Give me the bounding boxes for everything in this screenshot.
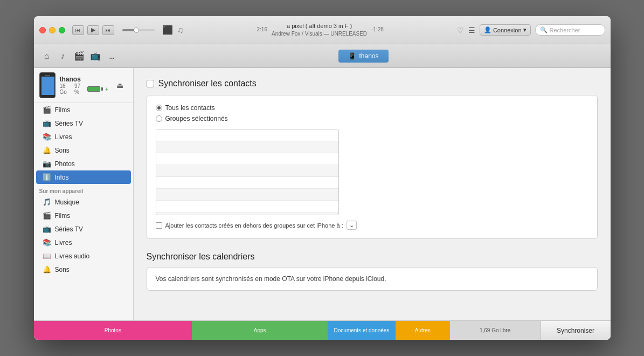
contacts-section: Synchroniser les contacts Tous les conta… bbox=[147, 79, 598, 239]
docs-segment-label: Documents et données bbox=[334, 327, 390, 333]
sons-lib-label: Sons bbox=[55, 147, 70, 154]
volume-knob bbox=[134, 28, 139, 33]
add-contacts-row: Ajouter les contacts créés en dehors des… bbox=[156, 221, 588, 230]
now-playing-icon: ♫ bbox=[177, 25, 184, 35]
contacts-sync-checkbox[interactable] bbox=[147, 80, 154, 87]
groups-row-5 bbox=[156, 177, 338, 189]
livres-lib-label: Livres bbox=[55, 133, 72, 141]
films-lib-label: Films bbox=[55, 106, 71, 114]
transport-controls: ⏮ ▶ ⏭ bbox=[72, 25, 115, 35]
radio-all-contacts-btn[interactable] bbox=[156, 105, 162, 111]
itunes-window: ⏮ ▶ ⏭ ⬛ ♫ 2:16 a pixel ( alt demo 3 in F… bbox=[34, 16, 611, 340]
toolbar: ⌂ ♪ 🎬 📺 ... 📱 thanos bbox=[34, 44, 611, 68]
device-info: thanos 16 Go 97 % + bbox=[60, 76, 108, 95]
livres-audio-dev-label: Livres audio bbox=[55, 252, 90, 260]
radio-all-contacts-label: Tous les contacts bbox=[165, 104, 215, 112]
series-lib-label: Séries TV bbox=[55, 120, 83, 127]
battery-bar bbox=[87, 86, 100, 92]
account-button[interactable]: 👤 Connexion ▾ bbox=[480, 24, 531, 36]
device-tab-area: 📱 thanos bbox=[338, 50, 388, 63]
device-tab[interactable]: 📱 thanos bbox=[338, 50, 388, 63]
minimize-button[interactable] bbox=[49, 27, 56, 33]
queue-button[interactable]: ☰ bbox=[468, 26, 475, 35]
search-icon: 🔍 bbox=[540, 26, 548, 33]
sidebar-item-infos[interactable]: ℹ️ Infos bbox=[36, 170, 131, 184]
autres-segment-label: Autres bbox=[415, 327, 431, 333]
tv-icon[interactable]: 📺 bbox=[88, 49, 103, 64]
film-icon[interactable]: 🎬 bbox=[72, 49, 87, 64]
sidebar-item-livres-dev[interactable]: 📚 Livres bbox=[34, 236, 133, 249]
eject-button[interactable]: ⏏ bbox=[113, 81, 128, 90]
content-area: Synchroniser les contacts Tous les conta… bbox=[134, 68, 611, 320]
bottombar: Photos Apps Documents et données Autres … bbox=[34, 320, 611, 340]
groups-row-4 bbox=[156, 165, 338, 177]
heart-button[interactable]: ♡ bbox=[457, 26, 464, 35]
groups-row-7 bbox=[156, 201, 338, 213]
add-contacts-label: Ajouter les contacts créés en dehors des… bbox=[165, 222, 343, 229]
series-dev-icon: 📺 bbox=[43, 225, 51, 233]
groups-row-3 bbox=[156, 153, 338, 165]
musique-dev-label: Musique bbox=[55, 198, 79, 206]
search-box[interactable]: 🔍 Rechercher bbox=[535, 24, 605, 36]
sidebar-item-musique-dev[interactable]: 🎵 Musique bbox=[34, 195, 133, 209]
time-remaining: -1:28 bbox=[371, 26, 384, 33]
photos-lib-label: Photos bbox=[55, 160, 75, 168]
films-dev-label: Films bbox=[55, 212, 71, 220]
sidebar-item-series-lib[interactable]: 📺 Séries TV bbox=[34, 117, 133, 130]
contacts-group-dropdown[interactable]: ⌄ bbox=[347, 221, 357, 230]
sidebar-item-films-dev[interactable]: 🎬 Films bbox=[34, 209, 133, 222]
sync-button-label: Synchroniser bbox=[557, 327, 594, 334]
titlebar-right: ♡ ☰ 👤 Connexion ▾ 🔍 Rechercher bbox=[457, 24, 605, 36]
films-dev-icon: 🎬 bbox=[43, 211, 51, 220]
fastforward-button[interactable]: ⏭ bbox=[102, 25, 114, 35]
traffic-lights bbox=[39, 27, 65, 33]
chevron-down-icon: ⌄ bbox=[349, 222, 354, 229]
photos-segment-label: Photos bbox=[105, 327, 121, 333]
track-title: a pixel ( alt demo 3 in F ) bbox=[272, 22, 367, 30]
play-button[interactable]: ▶ bbox=[87, 25, 99, 35]
sync-button[interactable]: Synchroniser bbox=[541, 321, 611, 340]
close-button[interactable] bbox=[39, 27, 46, 33]
series-lib-icon: 📺 bbox=[43, 119, 51, 127]
sidebar-item-series-dev[interactable]: 📺 Séries TV bbox=[34, 222, 133, 236]
add-contacts-checkbox[interactable] bbox=[156, 222, 162, 229]
maximize-button[interactable] bbox=[59, 27, 65, 33]
calendars-box: Vos calendriers sont synchronisés en mod… bbox=[147, 267, 598, 291]
calendars-section-title: Synchroniser les calendriers bbox=[147, 252, 598, 262]
charging-icon: + bbox=[105, 86, 108, 92]
radio-groups-contacts-btn[interactable] bbox=[156, 115, 162, 122]
apps-segment-label: Apps bbox=[254, 327, 266, 333]
main-content: thanos 16 Go 97 % + ⏏ 🎬 Films bbox=[34, 68, 611, 320]
sidebar-item-sons-dev[interactable]: 🔔 Sons bbox=[34, 263, 133, 276]
free-segment-label: 1,69 Go libre bbox=[480, 327, 510, 333]
device-tab-label: thanos bbox=[359, 52, 378, 60]
infos-label: Infos bbox=[55, 174, 69, 181]
sidebar-item-sons-lib[interactable]: 🔔 Sons bbox=[34, 143, 133, 157]
more-button[interactable]: ... bbox=[104, 49, 119, 64]
series-dev-label: Séries TV bbox=[55, 225, 83, 233]
photos-lib-icon: 📷 bbox=[43, 160, 51, 168]
sidebar-item-livres-audio-dev[interactable]: 📖 Livres audio bbox=[34, 249, 133, 263]
device-name: thanos bbox=[60, 76, 108, 83]
radio-all-contacts[interactable]: Tous les contacts bbox=[156, 104, 588, 112]
device-item[interactable]: thanos 16 Go 97 % + ⏏ bbox=[34, 68, 133, 103]
volume-slider[interactable] bbox=[122, 29, 155, 31]
music-icon[interactable]: ♪ bbox=[56, 49, 71, 64]
airplay-button[interactable]: ⬛ bbox=[162, 25, 173, 35]
sidebar-item-photos-lib[interactable]: 📷 Photos bbox=[34, 157, 133, 170]
home-icon[interactable]: ⌂ bbox=[39, 49, 54, 64]
track-info: 2:16 a pixel ( alt demo 3 in F ) Andrew … bbox=[188, 22, 453, 38]
calendars-icloud-message: Vos calendriers sont synchronisés en mod… bbox=[156, 275, 386, 283]
contacts-radio-group: Tous les contacts Groupes sélectionnés bbox=[156, 104, 588, 122]
sidebar-item-livres-lib[interactable]: 📚 Livres bbox=[34, 130, 133, 143]
calendars-section: Synchroniser les calendriers Vos calendr… bbox=[147, 252, 598, 291]
radio-groups-contacts[interactable]: Groupes sélectionnés bbox=[156, 115, 588, 122]
account-label: Connexion bbox=[493, 27, 522, 33]
storage-bar: Photos Apps Documents et données Autres … bbox=[34, 321, 541, 340]
radio-groups-contacts-label: Groupes sélectionnés bbox=[165, 115, 228, 122]
rewind-button[interactable]: ⏮ bbox=[72, 25, 84, 35]
livres-dev-icon: 📚 bbox=[43, 238, 51, 247]
device-section-label: Sur mon appareil bbox=[34, 184, 133, 195]
sidebar-item-films-lib[interactable]: 🎬 Films bbox=[34, 103, 133, 117]
musique-dev-icon: 🎵 bbox=[43, 198, 51, 206]
